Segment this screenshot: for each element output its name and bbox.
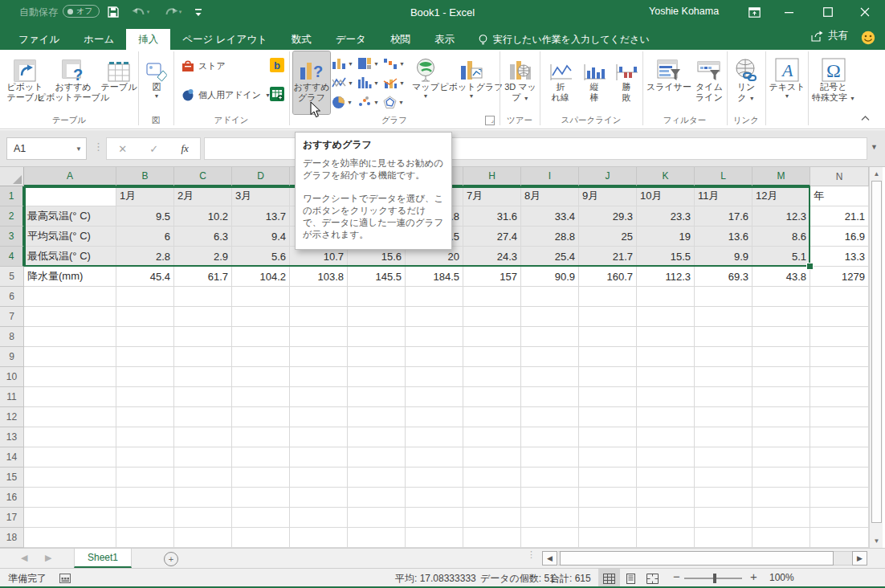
cell-C15[interactable] (174, 468, 232, 488)
cell-G11[interactable] (406, 387, 463, 407)
insert-waterfall-chart-button[interactable]: ▼ (383, 55, 407, 72)
cell-E18[interactable] (290, 528, 348, 548)
customize-quick-access-button[interactable] (188, 3, 209, 21)
cell-L14[interactable] (695, 447, 752, 468)
cell-C5[interactable]: 61.7 (174, 267, 232, 287)
cell-M12[interactable] (752, 407, 810, 427)
sparkline-column-button[interactable]: 縦 棒 (578, 51, 610, 114)
cell-G6[interactable] (406, 287, 463, 307)
cell-L6[interactable] (695, 287, 752, 307)
cell-C8[interactable] (174, 327, 232, 347)
cell-K12[interactable] (637, 407, 695, 427)
cell-D12[interactable] (232, 407, 290, 427)
cell-A15[interactable] (24, 468, 116, 488)
cell-E11[interactable] (290, 387, 348, 407)
cell-M5[interactable]: 43.8 (752, 267, 810, 287)
cell-B12[interactable] (116, 407, 174, 427)
cell-K14[interactable] (637, 447, 695, 468)
cell-F7[interactable] (348, 307, 406, 327)
tab-ページ レイアウト[interactable]: ページ レイアウト (170, 29, 279, 50)
cell-D8[interactable] (232, 327, 290, 347)
cell-J11[interactable] (579, 387, 637, 407)
cell-H16[interactable] (463, 488, 521, 508)
cell-F18[interactable] (348, 528, 406, 548)
cell-B16[interactable] (116, 488, 174, 508)
fill-handle[interactable] (806, 263, 814, 270)
tab-ファイル[interactable]: ファイル (6, 29, 71, 50)
insert-function-icon[interactable]: fx (181, 142, 188, 155)
cell-M14[interactable] (752, 447, 810, 468)
cell-I16[interactable] (521, 488, 579, 508)
cell-A14[interactable] (24, 447, 116, 468)
cell-H4[interactable]: 24.3 (463, 247, 521, 267)
cell-D14[interactable] (232, 447, 290, 468)
cell-M15[interactable] (752, 468, 810, 488)
cell-J3[interactable]: 25 (579, 227, 637, 247)
illustrations-button[interactable]: 図 ▼ (141, 51, 172, 114)
cell-L4[interactable]: 9.9 (695, 247, 752, 267)
cell-A2[interactable]: 最高気温(° C) (24, 206, 116, 227)
cell-N12[interactable] (810, 407, 869, 427)
cell-F9[interactable] (348, 347, 406, 367)
cell-B18[interactable] (116, 528, 174, 548)
cell-N4[interactable]: 13.3 (810, 247, 869, 267)
row-header-11[interactable]: 11 (0, 387, 24, 407)
cell-N7[interactable] (810, 307, 869, 327)
cell-I3[interactable]: 28.8 (521, 227, 579, 247)
link-button[interactable]: リン ク ▼ (729, 51, 763, 114)
cell-F13[interactable] (348, 427, 406, 447)
cancel-icon[interactable]: ✕ (118, 143, 127, 155)
cell-F17[interactable] (348, 508, 406, 528)
tab-数式[interactable]: 数式 (279, 29, 324, 50)
cell-A12[interactable] (24, 407, 116, 427)
close-button[interactable] (851, 0, 879, 24)
row-header-13[interactable]: 13 (0, 427, 24, 447)
cell-F6[interactable] (348, 287, 406, 307)
cell-M16[interactable] (752, 488, 810, 508)
cell-I5[interactable]: 90.9 (521, 267, 579, 287)
scroll-left-icon[interactable]: ◀ (542, 551, 557, 566)
status-sum[interactable]: 合計: 615 (550, 572, 591, 586)
cell-I11[interactable] (521, 387, 579, 407)
row-header-15[interactable]: 15 (0, 468, 24, 488)
autosave-toggle[interactable]: オフ (63, 5, 100, 18)
cell-I1[interactable]: 8月 (521, 186, 579, 206)
cell-H15[interactable] (463, 468, 521, 488)
page-layout-view-button[interactable] (620, 569, 642, 588)
scrollbar-resize-handle[interactable]: ⋮ (527, 551, 536, 558)
cell-G7[interactable] (406, 307, 463, 327)
cell-I7[interactable] (521, 307, 579, 327)
cell-H7[interactable] (463, 307, 521, 327)
cell-B8[interactable] (116, 327, 174, 347)
cell-L9[interactable] (695, 347, 752, 367)
cell-M4[interactable]: 5.1 (752, 247, 810, 267)
text-button[interactable]: A テキスト ▼ (769, 51, 805, 114)
cell-D9[interactable] (232, 347, 290, 367)
cell-A16[interactable] (24, 488, 116, 508)
cell-J8[interactable] (579, 327, 637, 347)
cell-I14[interactable] (521, 447, 579, 468)
feedback-smiley-button[interactable] (861, 31, 875, 48)
cell-I9[interactable] (521, 347, 579, 367)
column-header-I[interactable]: I (521, 167, 579, 186)
cell-F10[interactable] (348, 367, 406, 387)
cell-B2[interactable]: 9.5 (116, 206, 174, 227)
zoom-out-button[interactable]: − (673, 570, 680, 583)
cell-G16[interactable] (406, 488, 463, 508)
row-header-18[interactable]: 18 (0, 528, 24, 548)
tell-me-box[interactable]: 実行したい作業を入力してください (478, 29, 650, 50)
cell-G12[interactable] (406, 407, 463, 427)
cell-B4[interactable]: 2.8 (116, 247, 174, 267)
cell-G9[interactable] (406, 347, 463, 367)
name-box[interactable]: A1 ▼ (6, 137, 87, 160)
cell-C13[interactable] (174, 427, 232, 447)
cell-E6[interactable] (290, 287, 348, 307)
cell-L17[interactable] (695, 508, 752, 528)
row-header-12[interactable]: 12 (0, 407, 24, 427)
cell-H2[interactable]: 31.6 (463, 206, 521, 227)
cell-I6[interactable] (521, 287, 579, 307)
addin-table-button[interactable] (270, 87, 284, 104)
cell-M1[interactable]: 12月 (752, 186, 810, 206)
row-header-10[interactable]: 10 (0, 367, 24, 387)
cell-H10[interactable] (463, 367, 521, 387)
